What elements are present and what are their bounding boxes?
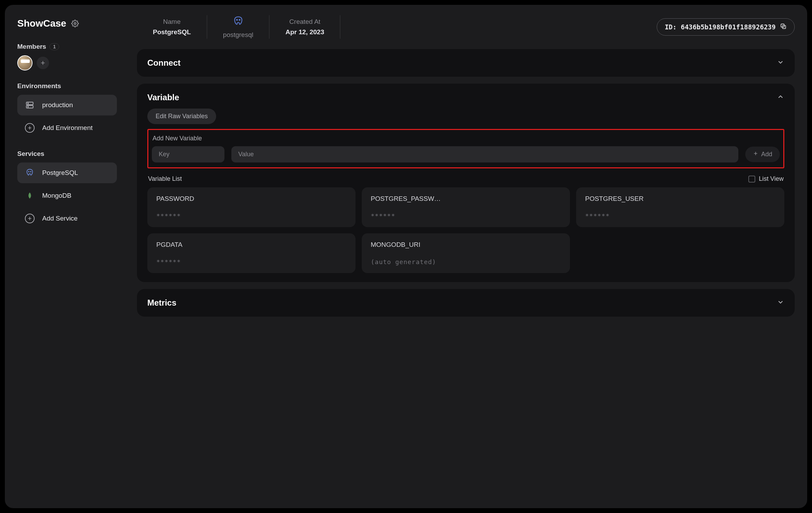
add-variable-highlight: Add New Variable Add xyxy=(147,129,784,168)
add-btn-label: Add xyxy=(761,151,772,158)
environment-item-production[interactable]: production xyxy=(17,95,117,115)
list-view-toggle[interactable]: List View xyxy=(748,175,784,183)
variable-card[interactable]: POSTGRES_USER ****** xyxy=(576,187,784,227)
meta-name-value: PostgreSQL xyxy=(153,28,191,36)
variable-value: ****** xyxy=(585,212,775,220)
meta-created-value: Apr 12, 2023 xyxy=(285,28,324,36)
plus-circle-icon xyxy=(25,123,35,133)
list-view-label: List View xyxy=(759,175,784,183)
environment-label: production xyxy=(42,101,73,109)
id-value: 6436b5b198bf01f188926239 xyxy=(681,23,776,31)
workspace-header: ShowCase xyxy=(17,18,117,29)
metrics-title: Metrics xyxy=(147,298,176,308)
avatar[interactable] xyxy=(17,55,33,71)
services-label: Services xyxy=(17,150,117,158)
service-label: MongoDB xyxy=(42,192,72,199)
variable-value-input[interactable] xyxy=(231,146,738,162)
divider xyxy=(340,15,340,39)
add-environment-button[interactable]: Add Environment xyxy=(17,118,117,138)
variable-card[interactable]: MONGODB_URI (auto generated) xyxy=(362,233,570,273)
svg-point-7 xyxy=(237,19,238,20)
add-member-button[interactable] xyxy=(37,57,49,69)
variable-list-title: Variable List xyxy=(148,175,182,183)
chevron-up-icon[interactable] xyxy=(777,93,784,102)
services-section: Services PostgreSQL MongoDB xyxy=(17,150,117,229)
svg-point-0 xyxy=(74,22,76,25)
checkbox-icon xyxy=(748,176,755,183)
svg-point-4 xyxy=(28,106,28,107)
main-content: Name PostgreSQL postgresql Created A xyxy=(127,5,807,508)
variable-card[interactable]: PASSWORD ****** xyxy=(147,187,356,227)
service-label: PostgreSQL xyxy=(42,169,78,177)
meta-created: Created At Apr 12, 2023 xyxy=(269,15,340,39)
svg-point-3 xyxy=(28,103,28,104)
postgres-icon xyxy=(25,168,35,178)
service-item-mongodb[interactable]: MongoDB xyxy=(17,185,117,206)
connect-title: Connect xyxy=(147,58,181,68)
variable-title: Variable xyxy=(147,93,179,102)
svg-point-5 xyxy=(28,171,29,172)
svg-point-8 xyxy=(239,19,240,20)
chevron-down-icon[interactable] xyxy=(777,298,784,307)
sidebar: ShowCase Members 1 Environments xyxy=(5,5,127,508)
id-prefix: ID: xyxy=(665,23,676,31)
copy-icon[interactable] xyxy=(780,23,787,31)
connect-panel[interactable]: Connect xyxy=(137,49,795,77)
plus-circle-icon xyxy=(25,214,35,223)
environments-section: Environments production Add Environment xyxy=(17,82,117,138)
chevron-down-icon[interactable] xyxy=(777,58,784,67)
variable-name: MONGODB_URI xyxy=(371,241,561,249)
add-service-label: Add Service xyxy=(42,215,77,222)
variable-card[interactable]: POSTGRES_PASSW… ****** xyxy=(362,187,570,227)
server-icon xyxy=(25,100,35,110)
variable-name: POSTGRES_PASSW… xyxy=(371,195,561,203)
add-service-button[interactable]: Add Service xyxy=(17,208,117,229)
id-pill[interactable]: ID: 6436b5b198bf01f188926239 xyxy=(657,18,795,36)
meta-logo: postgresql xyxy=(207,15,269,39)
meta-logo-sub: postgresql xyxy=(223,31,253,39)
variable-card[interactable]: PGDATA ****** xyxy=(147,233,356,273)
variable-grid: PASSWORD ****** POSTGRES_PASSW… ****** P… xyxy=(147,187,784,273)
add-variable-button[interactable]: Add xyxy=(745,147,780,162)
environments-label: Environments xyxy=(17,82,117,90)
meta-created-label: Created At xyxy=(289,18,321,26)
svg-point-6 xyxy=(30,171,31,172)
add-environment-label: Add Environment xyxy=(42,124,93,132)
edit-raw-variables-button[interactable]: Edit Raw Variables xyxy=(147,109,216,124)
variable-value: ****** xyxy=(156,212,347,220)
postgres-logo-icon xyxy=(232,15,244,29)
variable-key-input[interactable] xyxy=(152,146,224,162)
meta-name-label: Name xyxy=(163,18,181,26)
members-label: Members xyxy=(17,43,46,50)
variable-value: ****** xyxy=(156,258,347,265)
variable-value: (auto generated) xyxy=(371,258,561,265)
members-section: Members 1 xyxy=(17,43,117,71)
mongodb-icon xyxy=(25,191,35,200)
panels-scroll[interactable]: Connect Variable Edit Raw Variables Add … xyxy=(137,49,802,508)
service-item-postgresql[interactable]: PostgreSQL xyxy=(17,162,117,183)
variable-name: PASSWORD xyxy=(156,195,347,203)
variable-name: POSTGRES_USER xyxy=(585,195,775,203)
add-variable-label: Add New Variable xyxy=(153,135,779,142)
app-frame: ShowCase Members 1 Environments xyxy=(5,5,807,508)
variable-value: ****** xyxy=(371,212,561,220)
meta-name: Name PostgreSQL xyxy=(137,15,207,39)
variable-panel: Variable Edit Raw Variables Add New Vari… xyxy=(137,84,795,282)
members-count: 1 xyxy=(49,43,59,50)
service-header: Name PostgreSQL postgresql Created A xyxy=(137,15,802,39)
gear-icon[interactable] xyxy=(71,20,79,27)
workspace-name: ShowCase xyxy=(17,18,66,29)
plus-icon xyxy=(753,151,758,158)
metrics-panel[interactable]: Metrics xyxy=(137,289,795,317)
variable-name: PGDATA xyxy=(156,241,347,249)
